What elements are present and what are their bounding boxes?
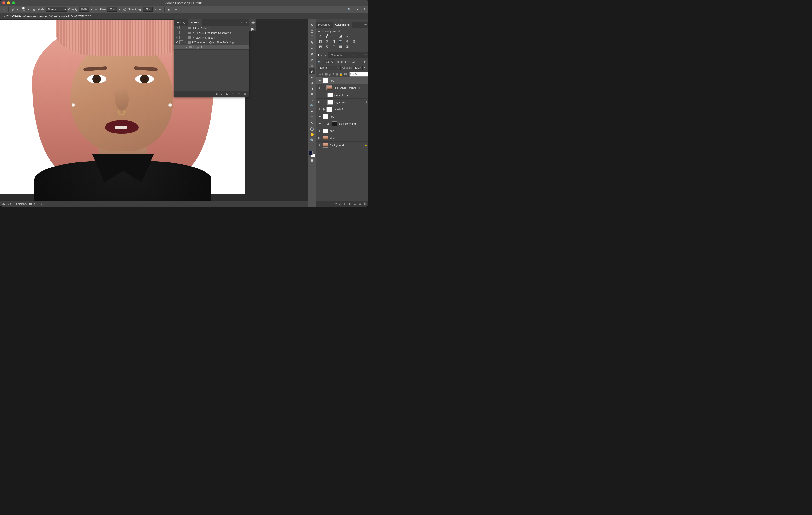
layer-thumbnail[interactable]: [326, 85, 332, 90]
quick-select-tool[interactable]: ✎: [309, 40, 315, 46]
pen-tool[interactable]: ✒: [309, 109, 315, 114]
panel-grip[interactable]: ••: [308, 20, 316, 23]
filter-smart-icon[interactable]: ▣: [352, 60, 354, 64]
tab-layers[interactable]: Layers: [316, 52, 328, 58]
layer-thumbnail[interactable]: [322, 143, 328, 148]
layer-row[interactable]: 👁Background🔒: [316, 142, 369, 149]
color-swatches[interactable]: [309, 151, 315, 158]
tab-paths[interactable]: Paths: [345, 52, 356, 58]
dodge-tool[interactable]: 🔍: [309, 103, 315, 109]
foreground-color-swatch[interactable]: [309, 151, 313, 155]
layer-thumbnail[interactable]: [327, 93, 333, 97]
layer-mask-icon[interactable]: ◻: [344, 202, 346, 205]
play-action-icon[interactable]: ▶: [226, 92, 228, 96]
layer-thumbnail[interactable]: [322, 128, 328, 133]
layer-row[interactable]: 👁heal: [316, 77, 369, 84]
blur-tool[interactable]: ○: [309, 97, 315, 103]
action-check-icon[interactable]: ✓: [175, 31, 178, 34]
status-menu-icon[interactable]: ▸: [41, 202, 43, 206]
close-window-button[interactable]: [2, 1, 5, 4]
share-icon[interactable]: ⇪: [362, 7, 367, 12]
layer-row[interactable]: 👁heal: [316, 127, 369, 135]
zoom-level[interactable]: 37.39%: [2, 202, 11, 205]
symmetry-icon[interactable]: ʚɞ: [173, 7, 178, 12]
layer-thumbnail[interactable]: [322, 114, 328, 119]
layer-blend-mode[interactable]: Normal: [318, 65, 341, 70]
lock-all-icon[interactable]: 🔒: [340, 73, 343, 76]
path-select-tool[interactable]: ↖: [309, 120, 315, 126]
layer-badge-icon[interactable]: ⌃: [365, 86, 367, 89]
layer-fill-input[interactable]: [349, 72, 369, 77]
gradient-tool[interactable]: ▤: [309, 91, 315, 97]
color-lookup-icon[interactable]: ▦: [352, 39, 356, 43]
layer-row[interactable]: 👁High Pass≡: [316, 98, 369, 106]
photo-filter-icon[interactable]: 📷: [338, 39, 343, 43]
action-row[interactable]: ✓›PHLEARN Frequency Separation: [174, 30, 249, 35]
disclosure-arrow-icon[interactable]: ›: [184, 27, 186, 29]
eyedropper-tool[interactable]: ✐: [309, 57, 315, 63]
filter-type-icon[interactable]: T: [345, 60, 346, 64]
action-check-icon[interactable]: ✓: [175, 36, 178, 39]
brush-preset-picker[interactable]: 40: [20, 6, 27, 12]
dropdown-chevron-icon[interactable]: ▾: [28, 7, 30, 12]
delete-layer-icon[interactable]: 🗑: [364, 202, 367, 205]
invert-icon[interactable]: ◩: [318, 45, 322, 48]
zoom-tool[interactable]: 🔍: [309, 137, 315, 143]
layer-name[interactable]: Background: [330, 144, 344, 147]
layer-name[interactable]: heal: [330, 130, 335, 132]
layer-thumbnail[interactable]: [322, 78, 328, 83]
screen-mode-icon[interactable]: ▭: [309, 163, 315, 169]
vibrance-icon[interactable]: ▽: [345, 34, 349, 38]
layer-badge-icon[interactable]: ≡: [366, 101, 367, 104]
clone-stamp-tool[interactable]: ▲: [309, 74, 315, 80]
play-dock-icon[interactable]: ▶: [249, 26, 257, 32]
action-check-icon[interactable]: ✓: [175, 26, 178, 29]
visibility-toggle-icon[interactable]: 👁: [317, 86, 321, 89]
brush-panel-toggle-icon[interactable]: ▧: [31, 7, 37, 12]
opacity-input[interactable]: [79, 7, 89, 12]
layer-row[interactable]: 👁heal: [316, 113, 369, 120]
new-set-icon[interactable]: 🗀: [232, 92, 234, 96]
layer-badge-icon[interactable]: ▭: [365, 122, 367, 125]
healing-brush-tool[interactable]: ◍: [309, 63, 315, 68]
panel-grip[interactable]: •• ••: [316, 19, 369, 22]
filter-adjustment-icon[interactable]: ◐: [341, 60, 343, 64]
levels-icon[interactable]: ▞: [325, 34, 329, 38]
layer-thumbnail[interactable]: [331, 121, 337, 126]
maximize-window-button[interactable]: [12, 1, 15, 4]
channel-mixer-icon[interactable]: ⊕: [345, 39, 349, 43]
dropdown-chevron-icon[interactable]: ▾: [118, 7, 121, 12]
lock-position-icon[interactable]: ✥: [332, 73, 335, 76]
marquee-tool[interactable]: ◻: [309, 28, 315, 34]
action-row[interactable]: ✓›PiXimperfect - Quick Skin Softening: [174, 40, 249, 45]
hue-sat-icon[interactable]: ◧: [318, 39, 322, 43]
action-dialog-toggle[interactable]: [179, 40, 183, 44]
action-row[interactable]: ✓›PHLEARN Sharpen: [174, 35, 249, 40]
new-layer-icon[interactable]: ⊞: [359, 202, 361, 205]
new-action-icon[interactable]: ⊞: [238, 92, 240, 96]
eraser-tool[interactable]: ◨: [309, 86, 315, 91]
curves-icon[interactable]: 〰: [331, 34, 336, 38]
layer-row[interactable]: 👁◐Levels 1: [316, 106, 369, 113]
layer-name[interactable]: Skin Softening: [339, 122, 356, 125]
filter-shape-icon[interactable]: ▢: [348, 60, 350, 64]
action-row[interactable]: ✓›Default Actions: [174, 26, 249, 30]
layer-name[interactable]: PHLEARN Sharpen +1: [334, 86, 360, 89]
disclosure-arrow-icon[interactable]: ⌄: [185, 46, 188, 49]
tab-properties[interactable]: Properties: [316, 22, 332, 28]
flow-input[interactable]: [107, 7, 117, 12]
layer-row[interactable]: 👁›PHLEARN Sharpen +1⌃: [316, 84, 369, 91]
disclosure-arrow-icon[interactable]: ›: [184, 36, 186, 39]
action-check-icon[interactable]: ✓: [175, 41, 178, 44]
type-tool[interactable]: T: [309, 114, 315, 120]
canvas-area[interactable]: History Actions ›› ≡ ✓›Default Actions✓›…: [0, 19, 308, 206]
layer-style-icon[interactable]: fx: [340, 202, 342, 205]
document-tab[interactable]: × 2019-04-13-ashley-with-sony-a7r-iii313…: [1, 13, 93, 19]
new-group-icon[interactable]: 🗀: [354, 202, 356, 205]
lasso-tool[interactable]: ʘ: [309, 34, 315, 40]
brush-tool[interactable]: 🖌: [309, 68, 315, 74]
action-dialog-toggle[interactable]: [179, 26, 183, 30]
action-row[interactable]: ⌄Purple11: [174, 45, 249, 50]
lock-artboard-icon[interactable]: ▣: [336, 73, 338, 76]
visibility-toggle-icon[interactable]: 👁: [317, 130, 321, 132]
